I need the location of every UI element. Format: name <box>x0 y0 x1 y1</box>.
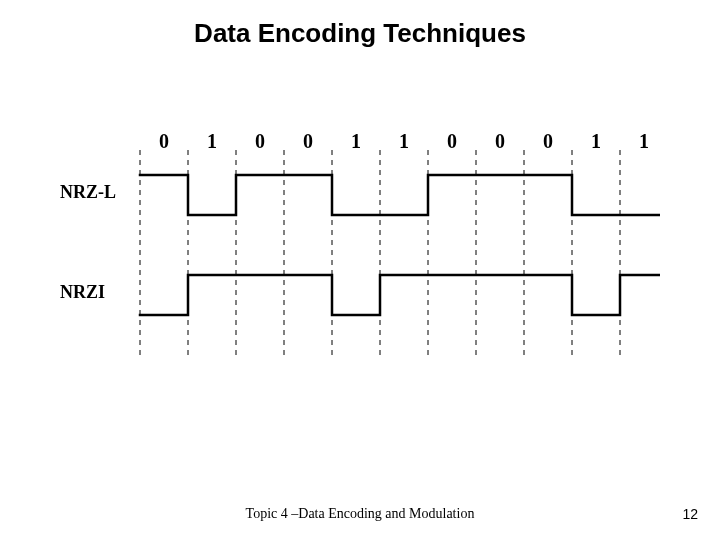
bit-label: 1 <box>639 130 649 153</box>
bit-label: 0 <box>495 130 505 153</box>
bit-label: 1 <box>399 130 409 153</box>
bit-label: 1 <box>351 130 361 153</box>
page-title: Data Encoding Techniques <box>0 18 720 49</box>
footer-text: Topic 4 –Data Encoding and Modulation <box>0 506 720 522</box>
signal-label: NRZI <box>60 282 105 303</box>
signal-label: NRZ-L <box>60 182 116 203</box>
page-number: 12 <box>682 506 698 522</box>
bit-label: 0 <box>255 130 265 153</box>
bit-label: 0 <box>303 130 313 153</box>
bit-label: 0 <box>447 130 457 153</box>
diagram-svg <box>60 120 660 380</box>
bit-label: 0 <box>159 130 169 153</box>
bit-label: 1 <box>591 130 601 153</box>
encoding-diagram: 01001100011NRZ-LNRZI <box>60 120 660 380</box>
bit-label: 0 <box>543 130 553 153</box>
bit-label: 1 <box>207 130 217 153</box>
